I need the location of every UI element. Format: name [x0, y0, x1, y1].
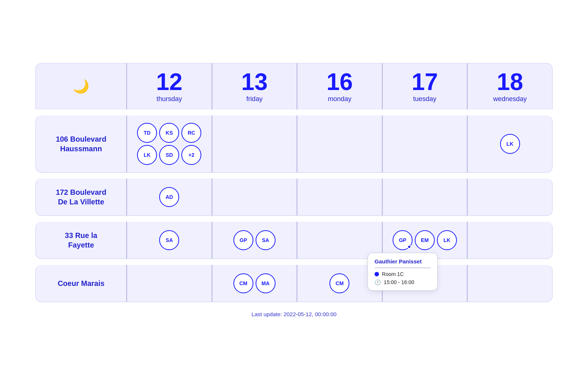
day-name-fri: friday	[246, 95, 263, 103]
clock-icon: 🕐	[375, 279, 381, 285]
avatar-GP-tue-wrapper: GP Gauthier Panisset Room 1C 🕐 15:00 - 1…	[393, 230, 413, 250]
avatar-CM-fri[interactable]: CM	[233, 273, 253, 293]
location-name-2: 33 Rue laFayette	[36, 222, 126, 259]
avatars-1-thu: AD	[159, 187, 179, 207]
avatars-0-wed: LK	[500, 134, 520, 154]
day-number-thu: 12	[156, 70, 182, 94]
day-number-wed: 18	[497, 70, 523, 94]
cell-1-mon	[297, 179, 382, 215]
cell-0-thu: TD KS RC LK SD +2	[126, 115, 212, 172]
day-number-fri: 13	[241, 70, 267, 94]
avatars-2-fri: GP SA	[233, 230, 276, 250]
avatar-GP-fri[interactable]: GP	[233, 230, 253, 250]
avatar-EM-tue[interactable]: EM	[415, 230, 435, 250]
footer: Last update: 2022-05-12, 00:00:00	[35, 311, 553, 317]
location-row-1: 172 BoulevardDe La Villette AD	[35, 179, 553, 216]
avatar-SA-fri[interactable]: SA	[256, 230, 276, 250]
cell-1-thu: AD	[126, 179, 212, 215]
header-day-thu: 12 thursday	[126, 63, 212, 110]
location-row-0: 106 BoulevardHaussmann TD KS RC LK SD +2…	[35, 115, 553, 173]
avatar-RC[interactable]: RC	[181, 123, 201, 143]
cell-0-tue	[382, 115, 467, 172]
avatars-2-tue: GP Gauthier Panisset Room 1C 🕐 15:00 - 1…	[393, 230, 457, 250]
cell-2-thu: SA	[126, 222, 212, 259]
location-name-3: Coeur Marais	[36, 265, 126, 302]
avatars-3-mon: CM	[329, 273, 349, 293]
avatar-MA-fri[interactable]: MA	[256, 273, 276, 293]
cell-2-tue: GP Gauthier Panisset Room 1C 🕐 15:00 - 1…	[382, 222, 467, 259]
tooltip-name: Gauthier Panisset	[375, 258, 431, 268]
cell-0-mon	[297, 115, 382, 172]
location-row-3: Coeur Marais CM MA CM	[35, 265, 553, 302]
header-day-tue: 17 tuesday	[382, 63, 467, 110]
avatar-SD[interactable]: SD	[159, 145, 179, 165]
tooltip-room: Room 1C	[382, 271, 404, 277]
avatar-LK[interactable]: LK	[137, 145, 157, 165]
cell-0-fri	[212, 115, 297, 172]
avatar-LK-tue[interactable]: LK	[437, 230, 457, 250]
cell-2-fri: GP SA	[212, 222, 297, 259]
cell-2-wed	[467, 222, 552, 259]
avatar-KS[interactable]: KS	[159, 123, 179, 143]
moon-icon: 🌙	[73, 79, 89, 94]
calendar-container: 🌙 12 thursday 13 friday 16 monday 17 tue…	[35, 63, 553, 317]
avatars-3-fri: CM MA	[233, 273, 276, 293]
cell-1-fri	[212, 179, 297, 215]
day-number-tue: 17	[412, 70, 438, 94]
day-name-wed: wednesday	[493, 95, 527, 103]
cell-2-mon	[297, 222, 382, 259]
header-row: 🌙 12 thursday 13 friday 16 monday 17 tue…	[35, 63, 553, 110]
tooltip-room-row: Room 1C	[375, 271, 431, 277]
avatar-AD[interactable]: AD	[159, 187, 179, 207]
day-name-tue: tuesday	[413, 95, 437, 103]
location-name-0: 106 BoulevardHaussmann	[36, 115, 126, 172]
avatar-TD[interactable]: TD	[137, 123, 157, 143]
last-update-text: Last update: 2022-05-12, 00:00:00	[252, 311, 336, 317]
header-day-mon: 16 monday	[297, 63, 382, 110]
day-name-thu: thursday	[157, 95, 182, 103]
cell-3-fri: CM MA	[212, 265, 297, 302]
cell-1-tue	[382, 179, 467, 215]
cell-3-wed	[467, 265, 552, 302]
cell-0-wed: LK	[467, 115, 552, 172]
header-day-wed: 18 wednesday	[467, 63, 552, 110]
avatar-GP-tue[interactable]: GP	[393, 230, 413, 250]
avatars-2-thu: SA	[159, 230, 179, 250]
avatar-LK-wed[interactable]: LK	[500, 134, 520, 154]
day-name-mon: monday	[328, 95, 351, 103]
tooltip-gauthier: Gauthier Panisset Room 1C 🕐 15:00 - 16:0…	[368, 253, 438, 291]
avatar-CM-mon[interactable]: CM	[329, 273, 349, 293]
location-name-1: 172 BoulevardDe La Villette	[36, 179, 126, 215]
day-number-mon: 16	[327, 70, 353, 94]
avatar-SA-thu[interactable]: SA	[159, 230, 179, 250]
location-row-2: 33 Rue laFayette SA GP SA GP	[35, 222, 553, 259]
header-icon-cell: 🌙	[36, 63, 126, 110]
cell-1-wed	[467, 179, 552, 215]
header-day-fri: 13 friday	[212, 63, 297, 110]
avatars-0-thu: TD KS RC LK SD +2	[131, 123, 208, 165]
avatar-plus2[interactable]: +2	[181, 145, 201, 165]
tooltip-time: 15:00 - 16:00	[384, 279, 414, 285]
cell-3-thu	[126, 265, 212, 302]
tooltip-room-dot	[375, 272, 379, 276]
tooltip-time-row: 🕐 15:00 - 16:00	[375, 279, 431, 285]
